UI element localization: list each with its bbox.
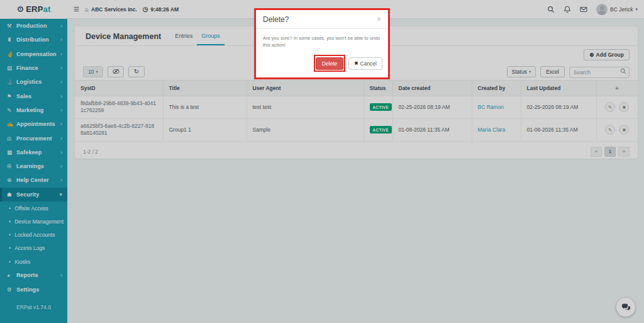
confirm-delete-button[interactable]: Delete	[316, 57, 344, 70]
modal-body-text: Are you sure? In some cases, you won't b…	[256, 29, 388, 55]
close-icon[interactable]: ×	[377, 16, 381, 23]
delete-confirmation-modal: Delete? × Are you sure? In some cases, y…	[254, 8, 390, 79]
modal-title: Delete?	[263, 15, 289, 24]
modal-header: Delete? ×	[256, 10, 388, 29]
annotation-highlight-box: Delete	[314, 55, 346, 72]
cancel-label: Cancel	[360, 60, 377, 67]
app-root: ⚙ ERPat ☰ ⌂ ABC Services Inc. ◷ 9:48:26 …	[0, 0, 644, 323]
x-icon: ✖	[354, 60, 358, 66]
modal-footer: Delete ✖ Cancel	[256, 55, 388, 77]
cancel-button[interactable]: ✖ Cancel	[348, 57, 382, 70]
